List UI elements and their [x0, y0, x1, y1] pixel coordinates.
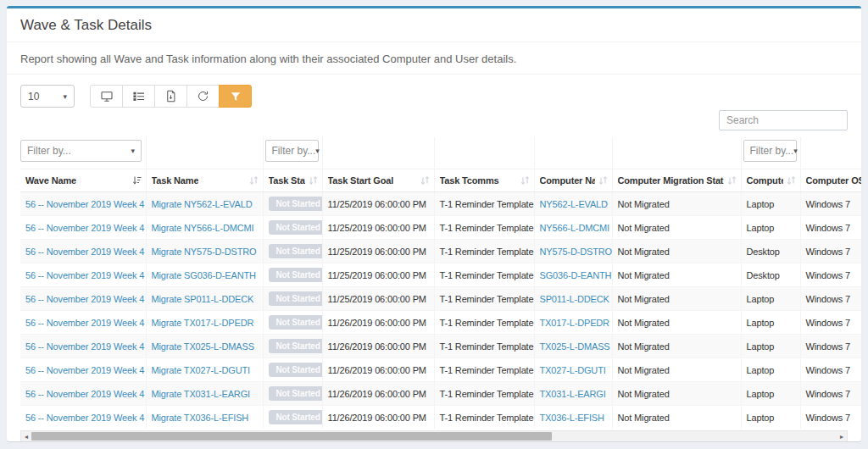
wave-name-link[interactable]: 56 -- November 2019 Week 4: [25, 294, 144, 304]
task-name-link[interactable]: Migrate SG036-D-EANTH: [152, 270, 256, 280]
column-header-computer-migration-status[interactable]: Computer Migration Status: [612, 169, 741, 192]
task-name-link[interactable]: Migrate TX017-L-DPEDR: [152, 318, 254, 328]
task-name-link[interactable]: Migrate TX027-L-DGUTI: [152, 365, 250, 375]
table-row: 56 -- November 2019 Week 4Migrate NY562-…: [20, 192, 861, 216]
task-start-goal-cell: 11/25/2019 06:00:00 PM: [328, 294, 426, 304]
computer-name-link[interactable]: NY575-D-DSTRO: [540, 247, 612, 257]
sort-toggle-icon[interactable]: [786, 175, 797, 186]
computer-os-cell: Windows 7: [806, 294, 850, 304]
task-status-badge: Not Started: [269, 197, 323, 211]
wave-name-link[interactable]: 56 -- November 2019 Week 4: [25, 341, 144, 352]
computer-name-link[interactable]: TX031-L-EARGI: [540, 389, 606, 399]
computer-os-cell: Windows 7: [806, 365, 850, 375]
sort-toggle-icon[interactable]: [598, 175, 609, 186]
column-header-wave-name[interactable]: Wave Name: [20, 169, 146, 192]
column-header-computer-type[interactable]: Computer Type: [741, 169, 800, 192]
computer-os-cell: Windows 7: [806, 389, 850, 399]
wave-name-link[interactable]: 56 -- November 2019 Week 4: [25, 270, 144, 280]
sort-toggle-icon[interactable]: [308, 175, 319, 186]
sort-toggle-icon[interactable]: [420, 175, 431, 186]
wave-name-link[interactable]: 56 -- November 2019 Week 4: [25, 223, 144, 233]
task-name-link[interactable]: Migrate NY562-L-EVALD: [152, 199, 253, 209]
column-header-task-tcomms[interactable]: Task Tcomms: [434, 169, 534, 192]
column-header-task-start-goal[interactable]: Task Start Goal: [322, 169, 434, 192]
list-button[interactable]: [122, 85, 155, 108]
filter-button[interactable]: [219, 85, 252, 108]
wave-name-link[interactable]: 56 -- November 2019 Week 4: [25, 365, 144, 375]
column-header-task-status[interactable]: Task Status: [263, 169, 322, 192]
computer-name-link[interactable]: NY562-L-EVALD: [540, 199, 608, 209]
column-label: Task Start Goal: [328, 175, 394, 186]
export-button[interactable]: [154, 85, 187, 108]
computer-type-cell: Laptop: [747, 389, 775, 399]
column-header-computer-os[interactable]: Computer OS: [800, 169, 861, 192]
task-start-goal-cell: 11/25/2019 06:00:00 PM: [328, 247, 426, 257]
computer-type-cell: Laptop: [747, 318, 775, 328]
wave-name-link[interactable]: 56 -- November 2019 Week 4: [25, 318, 144, 328]
task-start-goal-cell: 11/26/2019 06:00:00 PM: [328, 318, 426, 328]
computer-name-link[interactable]: NY566-L-DMCMI: [540, 223, 609, 233]
export-file-icon: [164, 90, 177, 103]
task-status-badge: Not Started: [269, 315, 323, 330]
wave-name-link[interactable]: 56 -- November 2019 Week 4: [25, 413, 144, 423]
sort-toggle-icon[interactable]: [520, 175, 531, 186]
scroll-right-arrow-icon[interactable]: ▸: [837, 431, 847, 441]
column-header-computer-name[interactable]: Computer Name: [534, 169, 612, 192]
computer-name-link[interactable]: TX025-L-DMASS: [540, 341, 610, 352]
page-size-select[interactable]: 10 ▾: [20, 85, 75, 108]
computer-os-cell: Windows 7: [806, 223, 850, 233]
task-name-link[interactable]: Migrate NY566-L-DMCMI: [152, 223, 254, 233]
task-start-goal-cell: 11/25/2019 06:00:00 PM: [328, 270, 426, 280]
task-name-link[interactable]: Migrate TX031-L-EARGI: [152, 389, 250, 399]
computer-type-cell: Laptop: [747, 365, 775, 375]
display-icon: [100, 90, 114, 103]
computer-migration-status-cell: Not Migrated: [618, 270, 670, 280]
scrollbar-thumb[interactable]: [31, 432, 552, 441]
display-button[interactable]: [90, 85, 123, 108]
table-row: 56 -- November 2019 Week 4Migrate SG036-…: [20, 263, 861, 287]
wave-name-link[interactable]: 56 -- November 2019 Week 4: [25, 389, 144, 399]
task-tcomms-cell: T-1 Reminder Template: [440, 270, 534, 280]
computer-type-cell: Laptop: [747, 223, 775, 233]
scroll-left-arrow-icon[interactable]: ◂: [21, 431, 31, 441]
filter-row: Filter by...▾ Filter by...▾ Filter by...…: [20, 137, 861, 169]
task-tcomms-cell: T-1 Reminder Template: [440, 341, 534, 352]
table-row: 56 -- November 2019 Week 4Migrate TX017-…: [20, 311, 861, 335]
task-name-link[interactable]: Migrate SP011-L-DDECK: [152, 294, 254, 304]
task-name-link[interactable]: Migrate TX036-L-EFISH: [152, 413, 249, 423]
horizontal-scrollbar[interactable]: ◂ ▸: [20, 430, 848, 441]
computer-name-link[interactable]: SG036-D-EANTH: [540, 270, 612, 280]
task-start-goal-cell: 11/25/2019 06:00:00 PM: [328, 199, 426, 209]
task-name-link[interactable]: Migrate NY575-D-DSTRO: [152, 247, 257, 257]
task-start-goal-cell: 11/26/2019 06:00:00 PM: [328, 365, 426, 375]
computer-name-link[interactable]: TX036-L-EFISH: [540, 413, 604, 423]
table-row: 56 -- November 2019 Week 4Migrate TX027-…: [20, 358, 861, 382]
sort-toggle-icon[interactable]: [248, 175, 259, 186]
column-header-task-name[interactable]: Task Name: [146, 169, 263, 192]
filter-placeholder: Filter by...: [27, 145, 71, 157]
wave-name-link[interactable]: 56 -- November 2019 Week 4: [25, 199, 144, 209]
sort-desc-icon[interactable]: [131, 175, 142, 186]
computer-name-link[interactable]: TX027-L-DGUTI: [540, 365, 606, 375]
computer-name-link[interactable]: SP011-L-DDECK: [540, 294, 609, 304]
table-row: 56 -- November 2019 Week 4Migrate TX036-…: [20, 406, 861, 430]
table-row: 56 -- November 2019 Week 4Migrate NY575-…: [20, 240, 861, 263]
chevron-down-icon: ▾: [793, 147, 798, 155]
task-name-link[interactable]: Migrate TX025-L-DMASS: [152, 341, 254, 352]
computer-os-cell: Windows 7: [806, 247, 850, 257]
refresh-icon: [197, 90, 209, 103]
task-status-badge: Not Started: [269, 339, 323, 353]
wave-name-link[interactable]: 56 -- November 2019 Week 4: [25, 247, 144, 257]
task-status-filter[interactable]: Filter by...▾: [265, 140, 319, 162]
computer-name-link[interactable]: TX017-L-DPEDR: [540, 318, 609, 328]
computer-type-filter[interactable]: Filter by...▾: [743, 140, 797, 162]
task-status-badge: Not Started: [269, 363, 323, 377]
refresh-button[interactable]: [186, 85, 220, 108]
computer-migration-status-cell: Not Migrated: [618, 199, 670, 209]
task-tcomms-cell: T-1 Reminder Template: [440, 223, 534, 233]
search-input[interactable]: [719, 110, 848, 130]
page-title: Wave & Task Details: [20, 17, 848, 34]
list-icon: [132, 90, 146, 103]
wave-name-filter[interactable]: Filter by...▾: [20, 140, 142, 162]
sort-toggle-icon[interactable]: [726, 175, 737, 186]
